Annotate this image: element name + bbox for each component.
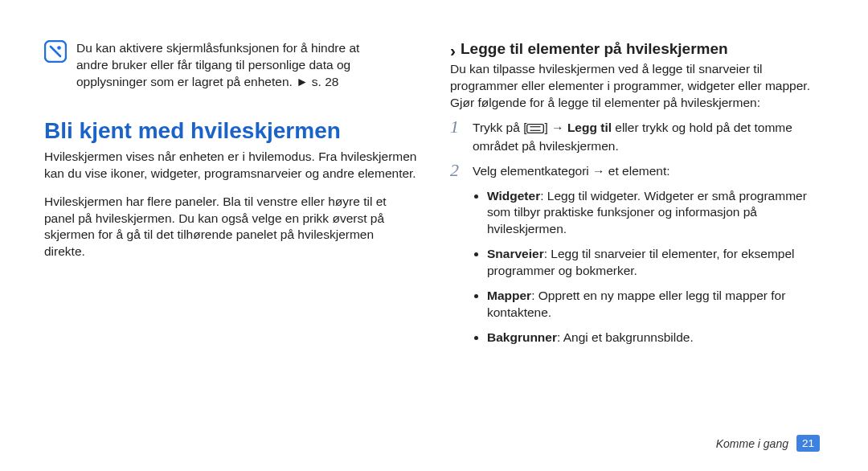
- bullet-bakgrunner-label: Bakgrunner: [487, 330, 557, 344]
- left-column: Du kan aktivere skjermlåsfunksjonen for …: [44, 40, 418, 346]
- element-category-list: Widgeter: Legg til widgeter. Widgeter er…: [473, 188, 824, 346]
- list-item: Widgeter: Legg til widgeter. Widgeter er…: [487, 188, 824, 239]
- list-item: Mapper: Opprett en ny mappe eller legg t…: [487, 288, 824, 322]
- bullet-snarveier-label: Snarveier: [487, 247, 544, 260]
- step1-pre: Trykk på [: [473, 121, 526, 134]
- step1-bold: Legg til: [567, 121, 612, 134]
- bullet-mapper-label: Mapper: [487, 289, 531, 302]
- step1-post1: ] →: [544, 121, 567, 134]
- right-column: › Legge til elementer på hvileskjermen D…: [450, 40, 824, 346]
- step-2-body: Velg elementkategori → et element: Widge…: [473, 163, 824, 346]
- note-line1: Du kan aktivere skjermlåsfunksjonen for …: [76, 41, 359, 55]
- svg-rect-3: [527, 124, 544, 133]
- intro-para: Du kan tilpasse hvileskjermen ved å legg…: [450, 61, 824, 112]
- subsection-title: Legge til elementer på hvileskjermen: [461, 40, 728, 58]
- step-1: 1 Trykk på [] → Legg til eller trykk og …: [450, 120, 824, 155]
- para-1: Hvileskjermen vises når enheten er i hvi…: [44, 149, 418, 182]
- para-2: Hvileskjermen har flere paneler. Bla til…: [44, 194, 418, 261]
- bullet-widgeter-label: Widgeter: [487, 189, 540, 203]
- step-1-body: Trykk på [] → Legg til eller trykk og ho…: [473, 120, 824, 155]
- page-body: Du kan aktivere skjermlåsfunksjonen for …: [0, 0, 868, 346]
- page-number: 21: [796, 435, 820, 452]
- tip-note: Du kan aktivere skjermlåsfunksjonen for …: [44, 40, 418, 91]
- list-item: Bakgrunner: Angi et bakgrunnsbilde.: [487, 330, 824, 346]
- note-icon: [44, 40, 67, 63]
- bullet-mapper-text: : Opprett en ny mappe eller legg til map…: [487, 289, 785, 319]
- menu-key-icon: [526, 121, 544, 138]
- svg-point-2: [57, 46, 61, 50]
- step2-text: Velg elementkategori → et element:: [473, 164, 670, 178]
- page-footer: Komme i gang 21: [716, 435, 820, 452]
- reference-arrow-icon: ►: [296, 75, 308, 88]
- note-text: Du kan aktivere skjermlåsfunksjonen for …: [76, 40, 359, 91]
- subsection-heading: › Legge til elementer på hvileskjermen: [450, 40, 824, 58]
- step-number-2: 2: [450, 162, 465, 179]
- list-item: Snarveier: Legg til snarveier til elemen…: [487, 246, 824, 280]
- footer-section-name: Komme i gang: [716, 437, 788, 450]
- section-heading: Bli kjent med hvileskjermen: [44, 118, 418, 144]
- note-line3-pre: opplysninger som er lagret på enheten.: [76, 75, 296, 88]
- bullet-bakgrunner-text: : Angi et bakgrunnsbilde.: [557, 330, 694, 344]
- note-line3-post: s. 28: [309, 75, 339, 88]
- chevron-right-icon: ›: [450, 42, 456, 59]
- step-2: 2 Velg elementkategori → et element: Wid…: [450, 163, 824, 346]
- note-line2: andre bruker eller får tilgang til perso…: [76, 58, 350, 72]
- step-number-1: 1: [450, 118, 465, 136]
